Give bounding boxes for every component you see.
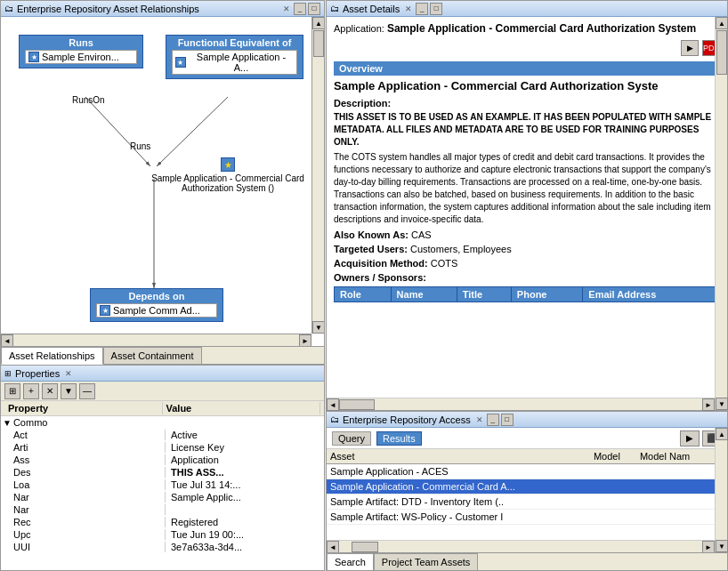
properties-toolbar: ⊞ + ✕ ▼ — — [1, 382, 324, 401]
tree-expand-icon[interactable]: ▼ — [3, 418, 12, 428]
func-item-label: Sample Application - A... — [189, 52, 294, 73]
era-close[interactable]: ✕ — [476, 415, 483, 424]
era-table-row[interactable]: Sample Artifact: DTD - Inventory Item (.… — [327, 495, 727, 510]
era-table-row[interactable]: Sample Application - Commercial Card A..… — [327, 479, 727, 495]
role-col-header: Role — [335, 287, 392, 302]
era-maximize-btn[interactable]: □ — [501, 414, 514, 426]
asset-details-controls: _ □ — [416, 3, 442, 15]
asset-details-close[interactable]: ✕ — [405, 4, 412, 13]
detail-h-thumb[interactable] — [339, 399, 375, 410]
era-panel: 🗂 Enterprise Repository Access ✕ _ □ Que… — [326, 411, 728, 571]
era-search-tab[interactable]: Search — [327, 553, 374, 570]
tree-area: ▼ Commo ActActiveArtiLicense KeyAssAppli… — [1, 416, 324, 569]
prop-btn-1[interactable]: ⊞ — [4, 383, 20, 399]
tree-item[interactable]: DesTHIS ASS... — [1, 466, 324, 479]
tree-items: ActActiveArtiLicense KeyAssApplicationDe… — [1, 429, 324, 553]
properties-close[interactable]: ✕ — [65, 369, 72, 378]
prop-btn-2[interactable]: + — [23, 383, 39, 399]
properties-title-text: Properties — [15, 368, 60, 379]
detail-scroll-thumb[interactable] — [716, 30, 727, 75]
graph-scrollbar-h[interactable]: ◄ ► — [1, 334, 311, 346]
era-controls: _ □ — [487, 414, 514, 426]
era-table-row[interactable]: Sample Application - ACES — [327, 464, 727, 479]
depends-on-item[interactable]: ★ Sample Comm Ad... — [96, 303, 217, 318]
era-project-tab[interactable]: Project Team Assets — [374, 553, 478, 570]
tab-asset-relationships[interactable]: Asset Relationships — [1, 347, 103, 365]
tree-item[interactable]: Nar — [1, 503, 324, 516]
left-panel-close[interactable]: ✕ — [283, 4, 290, 13]
minimize-btn[interactable]: _ — [294, 3, 306, 15]
ad-maximize-btn[interactable]: □ — [430, 3, 442, 15]
era-table-container: Asset Model Model Nam Sample Application… — [327, 449, 727, 552]
scroll-down-btn[interactable]: ▼ — [312, 321, 324, 334]
app-title-row: Application: Sample Application - Commer… — [334, 22, 720, 35]
also-known-as-row: Also Known As: CAS — [334, 229, 720, 240]
section-title-text: Sample Application - Commercial Card Aut… — [334, 79, 720, 92]
prop-col-property: Property — [4, 402, 163, 414]
email-col-header: Email Address — [583, 287, 720, 302]
prop-btn-3[interactable]: ✕ — [42, 383, 58, 399]
era-h-left[interactable]: ◄ — [327, 541, 339, 553]
detail-scroll-up[interactable]: ▲ — [716, 17, 728, 29]
acquisition-method-label: Acquisition Method: — [334, 258, 428, 269]
left-panel-title: Enterprise Repository Asset Relationship… — [17, 4, 278, 14]
era-h-thumb[interactable] — [352, 542, 378, 552]
func-star-icon: ★ — [175, 57, 186, 68]
detail-btn-play[interactable]: ▶ — [681, 40, 699, 56]
also-known-as-value: CAS — [411, 229, 432, 240]
ad-minimize-btn[interactable]: _ — [416, 3, 428, 15]
query-tab[interactable]: Query — [332, 431, 371, 446]
tab-asset-containment[interactable]: Asset Containment — [103, 347, 202, 364]
graph-scrollbar-v[interactable]: ▲ ▼ — [311, 17, 324, 334]
functional-equiv-item[interactable]: ★ Sample Application - A... — [172, 50, 297, 75]
scroll-left-btn[interactable]: ◄ — [1, 334, 13, 346]
prop-btn-5[interactable]: — — [79, 383, 95, 399]
era-h-right[interactable]: ► — [702, 541, 715, 553]
tree-root-row[interactable]: ▼ Commo — [1, 416, 324, 429]
name-col-header: Name — [391, 287, 457, 302]
description-label: Description: — [334, 98, 720, 109]
detail-scroll-down[interactable]: ▼ — [716, 398, 728, 410]
era-scroll-up[interactable]: ▲ — [716, 428, 728, 440]
center-node[interactable]: ★ Sample Application - Commercial Card A… — [139, 157, 317, 193]
era-table-row[interactable]: Sample Artifact: WS-Policy - Customer I — [327, 510, 727, 525]
scroll-up-btn[interactable]: ▲ — [312, 17, 324, 29]
scroll-thumb-v[interactable] — [313, 30, 324, 57]
tree-item[interactable]: NarSample Applic... — [1, 491, 324, 503]
detail-scrollbar-v[interactable]: ▲ ▼ — [715, 17, 727, 410]
detail-h-left[interactable]: ◄ — [327, 398, 339, 411]
runs-star-icon: ★ — [28, 52, 39, 62]
asset-relationships-panel: 🗂 Enterprise Repository Asset Relationsh… — [0, 0, 325, 365]
tree-item[interactable]: UUI3e7a633a-3d4... — [1, 541, 324, 553]
era-scrollbar-v[interactable]: ▲ ▼ — [715, 428, 727, 552]
results-tab[interactable]: Results — [376, 431, 422, 446]
owners-sponsors-row: Owners / Sponsors: — [334, 272, 720, 283]
era-scroll-down[interactable]: ▼ — [716, 540, 728, 552]
era-scrollbar-h[interactable]: ◄ ► — [327, 540, 715, 552]
tree-item[interactable]: ArtiLicense Key — [1, 441, 324, 454]
targeted-users-row: Targeted Users: Customers, Employees — [334, 244, 720, 254]
phone-col-header: Phone — [511, 287, 582, 302]
era-minimize-btn[interactable]: _ — [487, 414, 499, 426]
depends-star-icon: ★ — [100, 305, 110, 316]
era-bottom-tabs: Search Project Team Assets — [327, 552, 727, 570]
detail-scrollbar-h[interactable]: ◄ ► — [327, 398, 715, 410]
targeted-users-label: Targeted Users: — [334, 244, 408, 254]
maximize-btn[interactable]: □ — [308, 3, 320, 15]
era-run-btn[interactable]: ▶ — [680, 430, 700, 446]
prop-btn-4[interactable]: ▼ — [61, 383, 77, 399]
runs-on-label: RunsOn — [72, 95, 105, 105]
runs-label: Runs — [69, 37, 93, 48]
detail-h-right[interactable]: ► — [702, 398, 715, 411]
functional-equiv-node: Functional Equivalent of ★ Sample Applic… — [166, 35, 303, 79]
tree-item[interactable]: LoaTue Jul 31 14:... — [1, 479, 324, 491]
tree-item[interactable]: RecRegistered — [1, 516, 324, 528]
scroll-right-btn[interactable]: ► — [299, 334, 311, 346]
properties-panel: ⊞ Properties ✕ ⊞ + ✕ ▼ — Property Value … — [0, 365, 325, 571]
tree-item[interactable]: AssApplication — [1, 454, 324, 466]
left-panel-controls: _ □ — [294, 3, 320, 15]
era-titlebar: 🗂 Enterprise Repository Access ✕ _ □ — [327, 412, 727, 428]
tree-item[interactable]: UpcTue Jun 19 00:... — [1, 528, 324, 541]
runs-item[interactable]: ★ Sample Environ... — [25, 50, 137, 64]
tree-item[interactable]: ActActive — [1, 429, 324, 441]
